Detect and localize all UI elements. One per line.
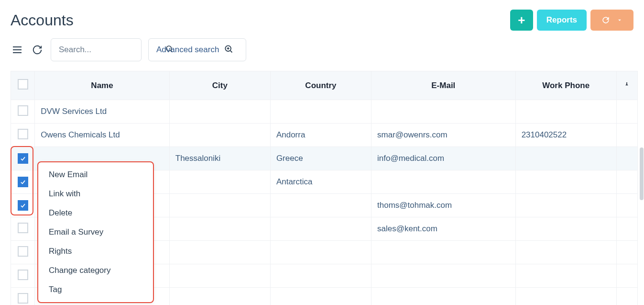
cell-city [169, 100, 270, 124]
pin-icon [623, 81, 630, 88]
advanced-search-box[interactable]: Advanced search [148, 38, 246, 61]
cell-email [371, 241, 516, 264]
row-checkbox[interactable] [18, 223, 28, 233]
context-item[interactable]: New Email [38, 165, 153, 184]
context-menu: New EmailLink withDeleteEmail a SurveyRi… [37, 161, 154, 303]
cell-country: Antarctica [270, 170, 371, 194]
add-button[interactable]: + [510, 10, 533, 31]
advanced-search-label: Advanced search [156, 45, 219, 55]
cell-country: Andorra [270, 124, 371, 147]
cell-city [169, 217, 270, 241]
svg-line-6 [230, 51, 232, 53]
row-checkbox[interactable] [18, 177, 28, 187]
cell-country: Greece [270, 147, 371, 170]
reload-icon[interactable] [31, 43, 44, 56]
cell-email: sales@kent.com [371, 217, 516, 241]
cell-city [169, 288, 270, 305]
cell-email [371, 288, 516, 305]
context-item[interactable]: Rights [38, 242, 153, 261]
cell-email: smar@owenrs.com [371, 124, 516, 147]
row-checkbox-cell [11, 264, 35, 288]
cell-country [270, 217, 371, 241]
cell-email: info@medical.com [371, 147, 516, 170]
column-header-city[interactable]: City [169, 71, 270, 100]
row-checkbox[interactable] [18, 200, 28, 211]
cell-country [270, 288, 371, 305]
cell-country [270, 264, 371, 288]
cell-phone [515, 264, 616, 288]
column-header-name[interactable]: Name [35, 71, 170, 100]
row-checkbox[interactable] [18, 129, 28, 139]
cell-email: thoms@tohmak.com [371, 194, 516, 217]
refresh-icon [601, 15, 611, 25]
cell-phone [515, 147, 616, 170]
cell-email [371, 170, 516, 194]
context-item[interactable]: Email a Survey [38, 223, 153, 242]
cell-pin [616, 288, 637, 305]
cell-name: Owens Chemicals Ltd [35, 124, 170, 147]
row-checkbox-cell [11, 288, 35, 305]
context-item[interactable]: Delete [38, 203, 153, 223]
cell-name: DVW Services Ltd [35, 100, 170, 124]
cell-city [169, 124, 270, 147]
cell-city: Thessaloniki [169, 147, 270, 170]
cell-email [371, 100, 516, 124]
table-row[interactable]: DVW Services Ltd [11, 100, 638, 124]
row-checkbox-cell [11, 217, 35, 241]
row-checkbox[interactable] [18, 246, 28, 257]
row-checkbox[interactable] [18, 293, 28, 304]
cell-country [270, 194, 371, 217]
cell-pin [616, 147, 637, 170]
header-actions: + Reports [510, 10, 633, 31]
search-box[interactable] [51, 38, 142, 61]
chevron-down-icon [616, 17, 623, 23]
cell-email [371, 264, 516, 288]
row-checkbox-cell [11, 241, 35, 264]
cell-country [270, 241, 371, 264]
cell-pin [616, 100, 637, 124]
search-plus-icon[interactable] [224, 44, 233, 56]
cell-pin [616, 124, 637, 147]
column-header-country[interactable]: Country [270, 71, 371, 100]
column-header-email[interactable]: E-Mail [371, 71, 516, 100]
cell-pin [616, 264, 637, 288]
search-input[interactable] [59, 45, 160, 55]
cell-pin [616, 241, 637, 264]
cell-phone [515, 217, 616, 241]
context-item[interactable]: Link with [38, 184, 153, 203]
table-row[interactable]: Owens Chemicals LtdAndorrasmar@owenrs.co… [11, 124, 638, 147]
context-item[interactable]: Change category [38, 261, 153, 280]
scrollbar-thumb[interactable] [640, 147, 644, 200]
row-checkbox-cell [11, 100, 35, 124]
cell-phone: 2310402522 [515, 124, 616, 147]
cell-city [169, 264, 270, 288]
cell-country [270, 100, 371, 124]
refresh-dropdown-button[interactable] [590, 10, 633, 31]
cell-phone [515, 288, 616, 305]
cell-pin [616, 194, 637, 217]
row-checkbox-cell [11, 170, 35, 194]
row-checkbox-cell [11, 124, 35, 147]
cell-phone [515, 100, 616, 124]
column-header-phone[interactable]: Work Phone [515, 71, 616, 100]
cell-city [169, 241, 270, 264]
cell-city [169, 194, 270, 217]
column-header-pin[interactable] [616, 71, 637, 100]
row-checkbox-cell [11, 194, 35, 217]
row-checkbox[interactable] [18, 270, 28, 280]
row-checkbox-cell [11, 147, 35, 170]
hamburger-icon[interactable] [11, 43, 24, 56]
cell-phone [515, 194, 616, 217]
context-item[interactable]: Tag [38, 280, 153, 299]
select-all-checkbox[interactable] [18, 79, 28, 90]
cell-phone [515, 241, 616, 264]
reports-button[interactable]: Reports [537, 10, 587, 31]
row-checkbox[interactable] [18, 153, 28, 164]
row-checkbox[interactable] [18, 105, 28, 116]
plus-icon: + [518, 13, 525, 28]
scrollbar[interactable] [639, 147, 644, 305]
cell-pin [616, 170, 637, 194]
cell-city [169, 170, 270, 194]
cell-phone [515, 170, 616, 194]
cell-pin [616, 217, 637, 241]
